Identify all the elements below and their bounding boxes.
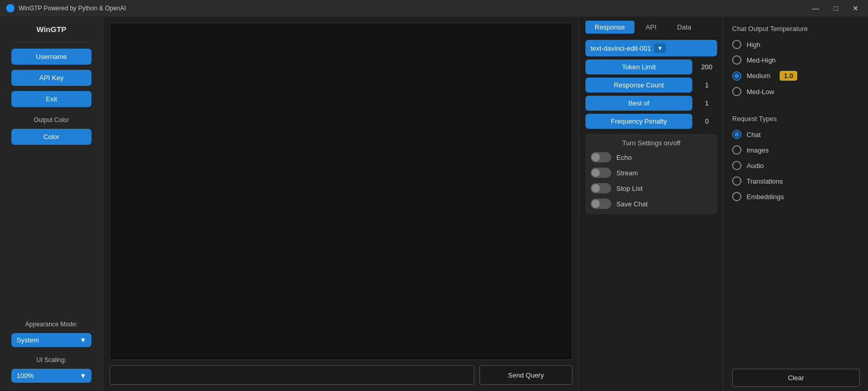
- stream-toggle[interactable]: [591, 168, 611, 178]
- temperature-title: Chat Output Temperature: [732, 25, 860, 33]
- embeddings-radio[interactable]: [732, 192, 741, 201]
- chat-input-row: Send Query: [110, 365, 572, 385]
- chat-radio-row: Chat: [732, 130, 860, 139]
- audio-radio-row: Audio: [732, 161, 860, 170]
- right-sub-panel: Chat Output Temperature High Med-High Me…: [723, 17, 868, 391]
- translations-radio-row: Translations: [732, 176, 860, 186]
- stream-toggle-row: Stream: [591, 168, 712, 178]
- query-input[interactable]: [110, 365, 474, 385]
- medium-label: Medium: [747, 72, 770, 80]
- med-low-label: Med-Low: [747, 88, 774, 96]
- tab-data[interactable]: Data: [668, 21, 701, 34]
- medium-radio[interactable]: [732, 71, 741, 81]
- sidebar-divider: [16, 42, 88, 42]
- medium-radio-row: Medium 1.0: [732, 71, 860, 81]
- echo-label: Echo: [616, 154, 632, 161]
- send-query-button[interactable]: Send Query: [479, 365, 572, 385]
- high-label: High: [747, 41, 761, 49]
- response-count-button[interactable]: Response Count: [585, 78, 692, 93]
- images-label: Images: [747, 146, 769, 154]
- request-types-title: Request Types: [732, 115, 860, 123]
- color-button[interactable]: Color: [11, 129, 91, 145]
- exit-button[interactable]: Exit: [11, 91, 91, 107]
- toggle-section-title: Turn Settings on/off: [591, 139, 712, 147]
- clear-button[interactable]: Clear: [732, 369, 860, 387]
- frequency-penalty-row: Frequency Penalty 0: [585, 114, 717, 129]
- ui-scaling-label: UI Scaling:: [36, 356, 66, 364]
- stop-list-toggle[interactable]: [591, 183, 611, 193]
- stream-label: Stream: [616, 169, 638, 177]
- high-radio-row: High: [732, 40, 860, 49]
- chat-area: Send Query: [103, 17, 579, 391]
- frequency-penalty-button[interactable]: Frequency Penalty: [585, 114, 692, 129]
- medium-value-badge: 1.0: [780, 71, 797, 81]
- sidebar: WinGTP Username API Key Exit Output Colo…: [0, 17, 103, 391]
- close-button[interactable]: ✕: [849, 3, 862, 13]
- response-count-row: Response Count 1: [585, 78, 717, 93]
- window-controls[interactable]: — □ ✕: [809, 3, 862, 13]
- appearance-dropdown-arrow: ▼: [80, 336, 86, 344]
- echo-toggle[interactable]: [591, 152, 611, 162]
- stop-list-toggle-row: Stop List: [591, 183, 712, 193]
- tab-response[interactable]: Response: [585, 21, 634, 34]
- settings-panel: Response API Data text-davinci-edit-001 …: [579, 17, 723, 391]
- app-title: WinGTP Powered by Python & OpenAI: [19, 5, 126, 12]
- minimize-button[interactable]: —: [809, 3, 823, 13]
- model-row: text-davinci-edit-001 ▼: [585, 40, 717, 56]
- username-button[interactable]: Username: [11, 49, 91, 65]
- app-icon: [6, 4, 14, 12]
- output-color-label: Output Color: [34, 116, 69, 124]
- best-of-row: Best of 1: [585, 96, 717, 111]
- med-low-radio-row: Med-Low: [732, 87, 860, 96]
- ui-scaling-dropdown[interactable]: 100% ▼: [11, 369, 91, 383]
- token-limit-value: 200: [696, 63, 717, 71]
- tab-api[interactable]: API: [637, 21, 666, 34]
- translations-radio[interactable]: [732, 176, 741, 186]
- frequency-penalty-value: 0: [696, 117, 717, 125]
- tabs-row: Response API Data: [585, 21, 717, 34]
- stop-list-label: Stop List: [616, 185, 643, 192]
- embeddings-label: Embeddings: [747, 193, 784, 201]
- chat-output: [110, 23, 572, 360]
- main-layout: WinGTP Username API Key Exit Output Colo…: [0, 17, 868, 391]
- api-key-button[interactable]: API Key: [11, 70, 91, 86]
- token-limit-row: Token Limit 200: [585, 59, 717, 74]
- model-dropdown-arrow: ▼: [654, 43, 666, 53]
- chat-radio[interactable]: [732, 130, 741, 139]
- toggle-section: Turn Settings on/off Echo Stream Stop Li…: [585, 134, 717, 214]
- med-high-radio[interactable]: [732, 55, 741, 65]
- model-value: text-davinci-edit-001: [591, 44, 651, 52]
- translations-label: Translations: [747, 177, 783, 185]
- spacer: [732, 102, 860, 111]
- appearance-mode-value: System: [17, 336, 39, 344]
- response-count-value: 1: [696, 81, 717, 89]
- images-radio[interactable]: [732, 145, 741, 155]
- best-of-button[interactable]: Best of: [585, 96, 692, 111]
- embeddings-radio-row: Embeddings: [732, 192, 860, 201]
- med-high-radio-row: Med-High: [732, 55, 860, 65]
- scaling-dropdown-arrow: ▼: [80, 372, 86, 380]
- echo-toggle-row: Echo: [591, 152, 712, 162]
- save-chat-toggle[interactable]: [591, 199, 611, 209]
- ui-scaling-value: 100%: [17, 372, 34, 380]
- save-chat-toggle-row: Save Chat: [591, 199, 712, 209]
- med-low-radio[interactable]: [732, 87, 741, 96]
- appearance-mode-label: Appearance Mode:: [25, 321, 78, 328]
- med-high-label: Med-High: [747, 56, 776, 64]
- maximize-button[interactable]: □: [831, 3, 841, 13]
- audio-radio[interactable]: [732, 161, 741, 170]
- save-chat-label: Save Chat: [616, 200, 648, 208]
- titlebar: WinGTP Powered by Python & OpenAI — □ ✕: [0, 0, 868, 17]
- model-dropdown[interactable]: text-davinci-edit-001 ▼: [585, 40, 717, 56]
- high-radio[interactable]: [732, 40, 741, 49]
- sidebar-title: WinGTP: [36, 25, 66, 34]
- audio-label: Audio: [747, 162, 764, 170]
- token-limit-button[interactable]: Token Limit: [585, 59, 692, 74]
- chat-label: Chat: [747, 131, 761, 139]
- titlebar-left: WinGTP Powered by Python & OpenAI: [6, 4, 126, 12]
- best-of-value: 1: [696, 99, 717, 107]
- appearance-mode-dropdown[interactable]: System ▼: [11, 333, 91, 347]
- right-panel: Response API Data text-davinci-edit-001 …: [579, 17, 868, 391]
- images-radio-row: Images: [732, 145, 860, 155]
